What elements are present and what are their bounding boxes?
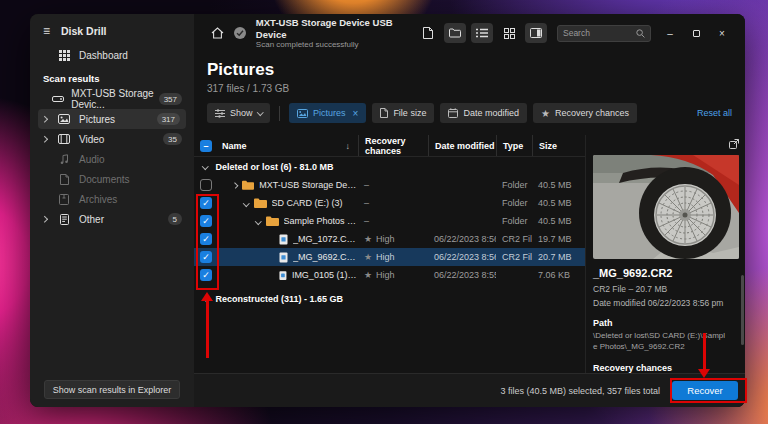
chevron-right-icon[interactable] <box>41 216 47 222</box>
chip-label: Recovery chances <box>555 108 629 118</box>
chevron-right-icon[interactable] <box>41 136 47 142</box>
archives-icon <box>56 194 72 205</box>
sidebar-item-dashboard[interactable]: Dashboard <box>30 45 194 65</box>
group-row-reconstructed[interactable]: Reconstructed (311) - 1.65 GB <box>194 289 585 308</box>
show-in-explorer-button[interactable]: Show scan results in Explorer <box>44 380 180 399</box>
chevron-right-icon[interactable] <box>232 182 238 188</box>
filter-chip-file-size[interactable]: File size <box>372 103 434 123</box>
sidebar-item-pictures[interactable]: Pictures 317 <box>38 109 186 129</box>
close-icon[interactable]: × <box>353 108 359 119</box>
home-button[interactable] <box>207 23 228 43</box>
preview-filename: _MG_9692.CR2 <box>593 267 739 279</box>
count-badge: 317 <box>157 113 180 125</box>
column-header-size[interactable]: Size <box>532 135 582 156</box>
calendar-icon <box>448 108 458 118</box>
new-file-button[interactable] <box>417 23 439 43</box>
table-row[interactable]: ✓ IMG_0105 (1).JPG ★High 06/22/2023 8:55… <box>194 266 585 284</box>
sidebar-item-label: Documents <box>79 174 130 185</box>
chevron-down-icon <box>257 109 263 115</box>
app-window: ≡ Disk Drill Dashboard Scan results MXT-… <box>30 14 745 407</box>
sidebar: ≡ Disk Drill Dashboard Scan results MXT-… <box>30 14 194 407</box>
divider <box>279 106 280 121</box>
app-title: Disk Drill <box>61 25 107 37</box>
group-row-deleted[interactable]: Deleted or lost (6) - 81.0 MB <box>194 157 585 176</box>
search-box[interactable] <box>557 25 651 42</box>
search-icon <box>636 29 645 38</box>
column-header-date[interactable]: Date modified <box>428 135 496 156</box>
pictures-icon <box>56 114 72 124</box>
row-checkbox[interactable] <box>200 179 212 191</box>
sidebar-item-label: Audio <box>79 154 105 165</box>
chevron-down-icon[interactable] <box>202 163 208 169</box>
table-header: – Name↓ Recovery chances Date modified T… <box>194 135 585 157</box>
count-badge: 357 <box>159 93 182 105</box>
pictures-icon <box>297 109 308 118</box>
device-header: MXT-USB Storage Device USB Device Scan c… <box>194 14 745 52</box>
chevron-right-icon[interactable] <box>41 116 47 122</box>
sidebar-item-device[interactable]: MXT-USB Storage Devic... 357 <box>30 89 194 109</box>
filter-chip-recovery-chances[interactable]: ★ Recovery chances <box>533 103 637 123</box>
preview-panel-toggle-button[interactable] <box>525 23 547 43</box>
file-name: _MG_1072.CR2 <box>293 234 358 244</box>
folder-icon <box>242 180 254 190</box>
sidebar-item-video[interactable]: Video 35 <box>30 129 194 149</box>
file-icon <box>380 108 388 118</box>
page-title: Pictures <box>207 60 732 80</box>
table-row[interactable]: MXT-USB Storage Devic... – Folder 40.5 M… <box>194 176 585 194</box>
preview-scrollbar[interactable] <box>741 275 744 345</box>
grid-view-button[interactable] <box>498 23 520 43</box>
sidebar-item-label: Archives <box>79 194 117 205</box>
sidebar-item-label: Dashboard <box>79 50 128 61</box>
image-file-icon <box>279 252 288 263</box>
table-row[interactable]: ✓ _MG_1072.CR2 ★High 06/22/2023 8:56... … <box>194 230 585 248</box>
close-button[interactable]: × <box>709 22 735 44</box>
chip-label: Date modified <box>463 108 519 118</box>
sidebar-item-label: Video <box>79 134 104 145</box>
expand-preview-button[interactable] <box>593 139 739 153</box>
filter-chip-date-modified[interactable]: Date modified <box>440 103 527 123</box>
annotation-box-checkboxes <box>196 194 219 290</box>
sort-down-icon[interactable]: ↓ <box>346 141 351 151</box>
chevron-down-icon[interactable] <box>255 218 261 224</box>
minimize-button[interactable]: – <box>657 22 683 44</box>
folder-button[interactable] <box>444 23 466 43</box>
select-all-checkbox[interactable]: – <box>200 140 212 152</box>
main-area: MXT-USB Storage Device USB Device Scan c… <box>194 14 745 407</box>
show-label: Show <box>230 108 253 118</box>
selection-summary: 3 files (40.5 MB) selected, 357 files to… <box>500 386 660 396</box>
show-dropdown[interactable]: Show <box>207 103 270 123</box>
documents-icon <box>56 174 72 185</box>
annotation-arrow-line <box>206 300 209 358</box>
list-view-button[interactable] <box>471 23 493 43</box>
sidebar-item-other[interactable]: Other 5 <box>30 209 194 229</box>
maximize-button[interactable] <box>683 22 709 44</box>
reset-all-link[interactable]: Reset all <box>697 108 732 118</box>
hamburger-menu-icon[interactable]: ≡ <box>43 25 50 37</box>
table-row[interactable]: ✓ SD CARD (E:) (3) – Folder 40.5 MB <box>194 194 585 212</box>
group-label: Reconstructed (311) - 1.65 GB <box>216 294 344 304</box>
filter-chip-pictures[interactable]: Pictures × <box>289 103 366 123</box>
column-header-recovery[interactable]: Recovery chances <box>358 135 428 156</box>
search-input[interactable] <box>563 28 636 38</box>
column-header-name[interactable]: Name <box>222 141 247 151</box>
column-header-type[interactable]: Type <box>496 135 532 156</box>
sidebar-item-label: Pictures <box>79 114 115 125</box>
annotation-arrow-line <box>703 333 706 371</box>
star-icon: ★ <box>364 234 372 244</box>
count-badge: 35 <box>163 133 182 145</box>
table-row-selected[interactable]: ✓ _MG_9692.CR2 ★High 06/22/2023 8:56... … <box>194 248 585 266</box>
folder-icon <box>266 216 279 226</box>
audio-icon <box>56 154 72 165</box>
table-row[interactable]: ✓ Sample Photos (3) – Folder 40.5 MB <box>194 212 585 230</box>
chevron-down-icon[interactable] <box>243 200 249 206</box>
path-value: \Deleted or lost\SD CARD (E:)\Sample Pho… <box>593 331 727 353</box>
image-file-icon <box>279 234 288 245</box>
file-name: IMG_0105 (1).JPG <box>292 270 358 280</box>
preview-image[interactable] <box>593 155 739 259</box>
count-badge: 5 <box>168 213 182 225</box>
recovery-chances-label: Recovery chances <box>593 363 739 373</box>
sidebar-item-label: Other <box>79 214 104 225</box>
chip-label: Pictures <box>313 108 346 118</box>
footer-bar: 3 files (40.5 MB) selected, 357 files to… <box>194 373 745 407</box>
star-icon: ★ <box>541 108 550 119</box>
